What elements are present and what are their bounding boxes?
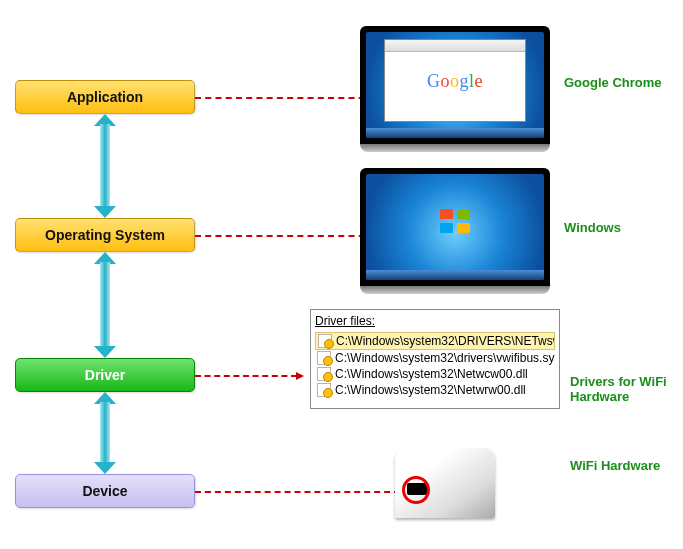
layer-operating-system: Operating System — [15, 218, 195, 252]
connector-app-os — [94, 114, 116, 218]
windows-logo-icon — [440, 209, 470, 233]
laptop-windows — [360, 168, 550, 294]
connector-os-driver — [94, 252, 116, 358]
driver-file-icon — [318, 334, 332, 348]
driver-file-row: C:\Windows\system32\drivers\vwifibus.sys — [315, 350, 555, 366]
driver-file-row: C:\Windows\system32\Netwrw00.dll — [315, 382, 555, 398]
driver-files-title: Driver files: — [315, 314, 555, 328]
driver-file-row: C:\Windows\system32\Netwcw00.dll — [315, 366, 555, 382]
layer-device: Device — [15, 474, 195, 508]
arrow-device-example — [195, 491, 410, 493]
driver-file-path: C:\Windows\system32\drivers\vwifibus.sys — [335, 351, 555, 365]
layer-driver: Driver — [15, 358, 195, 392]
example-label-os: Windows — [564, 220, 621, 235]
driver-file-icon — [317, 367, 331, 381]
driver-file-icon — [317, 351, 331, 365]
driver-file-path: C:\Windows\system32\Netwrw00.dll — [335, 383, 526, 397]
driver-file-row: C:\Windows\system32\DRIVERS\NETwsw00.sys — [315, 332, 555, 350]
laptop-chrome: Google — [360, 26, 550, 152]
driver-files-panel: Driver files: C:\Windows\system32\DRIVER… — [310, 309, 560, 409]
arrow-application-example — [195, 97, 375, 99]
chrome-window: Google — [384, 39, 526, 122]
example-label-driver: Drivers for WiFi Hardware — [570, 374, 680, 404]
layer-application: Application — [15, 80, 195, 114]
wifi-hardware-photo — [395, 448, 495, 518]
driver-file-icon — [317, 383, 331, 397]
arrow-driver-example — [195, 375, 297, 377]
connector-driver-device — [94, 392, 116, 474]
highlight-circle — [402, 476, 430, 504]
driver-file-path: C:\Windows\system32\Netwcw00.dll — [335, 367, 528, 381]
example-label-application: Google Chrome — [564, 75, 662, 90]
example-label-device: WiFi Hardware — [570, 458, 660, 473]
arrow-os-example — [195, 235, 375, 237]
driver-file-path: C:\Windows\system32\DRIVERS\NETwsw00.sys — [336, 334, 555, 348]
google-logo: Google — [385, 71, 525, 92]
